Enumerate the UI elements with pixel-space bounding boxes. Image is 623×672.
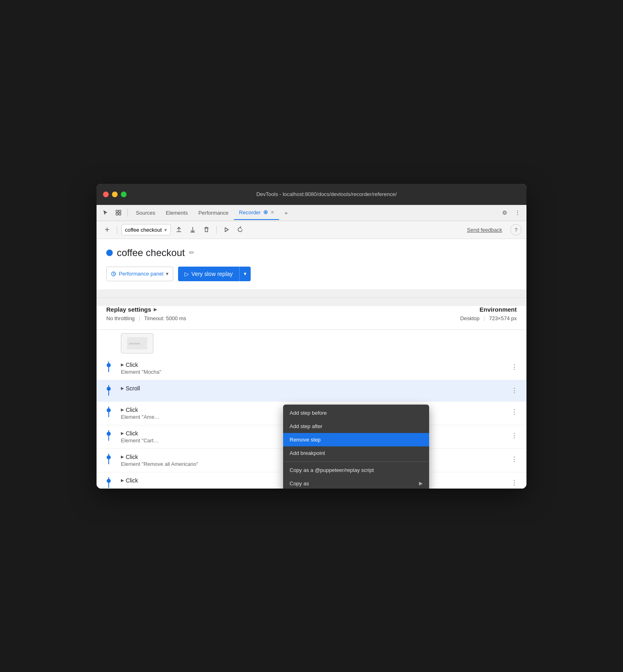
edit-title-icon[interactable]: ✏ [189,249,194,256]
tab-elements[interactable]: Elements [161,205,193,220]
environment-label: Environment [460,306,517,313]
recorder-toolbar: + coffee checkout ▾ [97,221,526,239]
rec-sep-2 [216,226,217,234]
replay-button[interactable] [234,224,246,235]
thumbnail: preview [121,333,153,353]
main-content: coffee checkout ✏ Performance panel ▾ ▷ … [97,239,526,289]
step-menu-button-3[interactable]: ⋮ [509,407,520,418]
ctx-add-breakpoint[interactable]: Add breakpoint [283,446,429,460]
ctx-copy-as-arrow: ▶ [419,480,423,486]
step-click-mocha: ▶ Click Element "Mocha" ⋮ [97,357,526,380]
step-timeline-2 [97,385,121,391]
tab-more[interactable]: » [280,205,292,220]
step-timeline-1 [97,362,121,367]
toolbar-right: ⚙ ⋮ [499,207,523,218]
step-scroll: ▶ Scroll ⋮ Add step before Add step afte… [97,380,526,402]
tab-recorder[interactable]: Recorder ✕ [234,205,279,220]
recording-status-dot [106,250,113,256]
step-menu-button-4[interactable]: ⋮ [509,430,520,442]
step-expand-6[interactable]: ▶ [121,478,124,482]
svg-point-5 [265,211,266,213]
traffic-lights [103,192,127,197]
tab-list: Sources Elements Performance Recorder ✕ … [131,205,497,220]
toolbar-separator-1 [127,209,128,217]
context-menu: Add step before Add step after Remove st… [283,405,429,489]
fullscreen-button[interactable] [121,192,127,197]
step-dot-1 [107,363,111,367]
add-recording-button[interactable]: + [101,224,113,235]
devtools-window: DevTools - localhost:8080/docs/devtools/… [97,184,526,489]
settings-row: Replay settings ▶ No throttling | Timeou… [106,306,517,325]
step-timeline-4 [97,430,121,436]
inspect-icon[interactable] [113,207,124,218]
performance-panel-button[interactable]: Performance panel ▾ [106,267,173,281]
tab-sources[interactable]: Sources [131,205,160,220]
replay-settings-label: Replay settings ▶ [106,306,186,313]
svg-rect-2 [116,213,118,215]
main-divider [97,297,526,298]
ctx-add-step-before[interactable]: Add step before [283,406,429,420]
ctx-copy-puppeteer[interactable]: Copy as a @puppeteer/replay script [283,463,429,477]
window-title: DevTools - localhost:8080/docs/devtools/… [133,191,520,197]
step-dot-4 [107,432,111,436]
svg-text:preview: preview [129,342,140,345]
step-expand-4[interactable]: ▶ [121,431,124,435]
step-expand-2[interactable]: ▶ [121,386,124,390]
tab-performance[interactable]: Performance [193,205,233,220]
ctx-add-step-after[interactable]: Add step after [283,420,429,433]
send-feedback-link[interactable]: Send feedback [467,227,502,233]
step-timeline-6 [97,477,121,483]
action-bar: Performance panel ▾ ▷ Very slow replay ▾ [106,267,517,281]
replay-button-group: ▷ Very slow replay ▾ [178,267,251,281]
titlebar: DevTools - localhost:8080/docs/devtools/… [97,184,526,205]
recording-selector[interactable]: coffee checkout ▾ [121,224,171,235]
step-content-2: ▶ Scroll [121,385,509,392]
step-content-1: ▶ Click Element "Mocha" [121,362,509,375]
devtools-tabbar: Sources Elements Performance Recorder ✕ … [97,205,526,221]
ctx-remove-step[interactable]: Remove step [283,433,429,446]
thumbnail-row: preview [97,330,526,357]
ctx-copy-as[interactable]: Copy as ▶ [283,477,429,489]
svg-rect-3 [119,213,121,215]
cursor-icon[interactable] [100,207,111,218]
step-dot-3 [107,408,111,412]
tab-close-recorder[interactable]: ✕ [271,210,274,215]
svg-rect-0 [116,210,118,212]
step-dot-2 [107,387,111,391]
recording-title: coffee checkout [117,247,185,258]
step-title-2[interactable]: ▶ Scroll [121,385,509,392]
svg-rect-1 [119,210,121,212]
env-values: Desktop | 723×574 px [460,315,517,321]
replay-speed-dropdown[interactable]: ▾ [239,267,251,281]
step-menu-button-6[interactable]: ⋮ [509,477,520,489]
recording-header: coffee checkout ✏ [106,247,517,258]
close-button[interactable] [103,192,109,197]
steps-area: preview ▶ Click Element "Mocha" ⋮ [97,330,526,489]
settings-values: No throttling | Timeout: 5000 ms [106,315,186,321]
step-dot-5 [107,455,111,459]
step-menu-button-5[interactable]: ⋮ [509,454,520,465]
help-button[interactable]: ? [510,224,522,235]
step-expand-3[interactable]: ▶ [121,407,124,412]
settings-icon[interactable]: ⚙ [499,207,510,218]
step-menu-button-2[interactable]: ⋮ [509,385,520,396]
step-menu-button-1[interactable]: ⋮ [509,362,520,373]
delete-button[interactable] [201,224,212,235]
upload-button[interactable] [173,224,185,235]
settings-section: Replay settings ▶ No throttling | Timeou… [97,306,526,330]
step-expand-1[interactable]: ▶ [121,362,124,367]
download-button[interactable] [187,224,198,235]
step-dot-6 [107,479,111,483]
minimize-button[interactable] [112,192,118,197]
step-expand-5[interactable]: ▶ [121,454,124,459]
step-subtitle-1: Element "Mocha" [121,369,509,375]
play-button[interactable] [221,224,232,235]
step-timeline-5 [97,454,121,459]
rec-sep-1 [117,226,117,234]
step-title-1[interactable]: ▶ Click [121,362,509,368]
more-options-icon[interactable]: ⋮ [512,207,523,218]
very-slow-replay-button[interactable]: ▷ Very slow replay [178,267,239,281]
settings-expand-icon[interactable]: ▶ [154,307,157,312]
step-timeline-3 [97,407,121,412]
ctx-separator-1 [283,461,429,462]
